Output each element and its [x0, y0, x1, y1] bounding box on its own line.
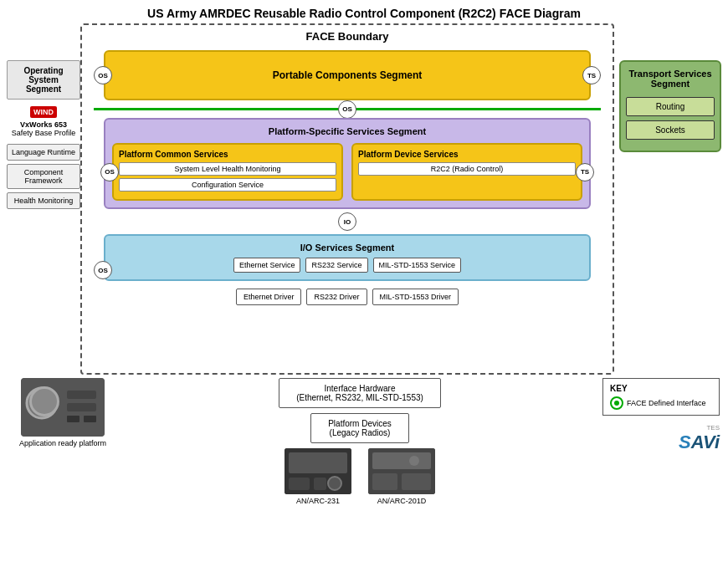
platform-device-title: Platform Device Services	[358, 150, 576, 159]
bottom-device-images: AN/ARC-231 AN/ARC-201D	[285, 448, 435, 505]
os-green-line-row: OS	[94, 108, 601, 110]
io-segment-label: I/O Services Segment	[112, 243, 582, 253]
svg-point-11	[328, 477, 341, 490]
os-badge-center: OS	[338, 100, 356, 119]
portable-segment: OS Portable Components Segment TS	[104, 50, 591, 100]
tes-label: TES	[602, 424, 720, 432]
svg-rect-14	[372, 473, 397, 490]
svg-point-16	[409, 456, 419, 466]
io-segment-wrap: OS I/O Services Segment Ethernet Service…	[104, 234, 591, 281]
page-title: US Army AMRDEC Reusable Radio Control Co…	[0, 0, 728, 23]
os-badge-platform: OS	[100, 163, 119, 181]
io-segment: OS I/O Services Segment Ethernet Service…	[104, 234, 591, 281]
avi-logo: SAVi	[602, 432, 720, 453]
platform-specific-segment: Platform-Specific Services Segment OS Pl…	[104, 118, 591, 209]
svg-rect-10	[314, 478, 326, 490]
health-monitoring-box: Health Monitoring	[7, 192, 80, 209]
ts-badge-platform: TS	[576, 163, 594, 181]
app-ready-label: Application ready platform	[8, 439, 117, 447]
svg-rect-6	[84, 416, 96, 422]
platform-devices-line1: Platform Devices	[328, 419, 392, 428]
svg-rect-4	[67, 403, 96, 411]
transport-segment: Transport Services Segment Routing Socke…	[619, 60, 721, 152]
interface-hw-line1: Interface Hardware	[296, 384, 423, 393]
interface-hardware-box: Interface Hardware (Ethernet, RS232, MIL…	[279, 378, 441, 408]
platform-device-services-box: Platform Device Services R2C2 (Radio Con…	[351, 143, 582, 201]
os-badge-io: OS	[94, 261, 112, 279]
face-circle-inner	[614, 401, 619, 406]
svg-point-1	[27, 388, 57, 418]
os-segment-box: Operating System Segment	[7, 60, 80, 100]
left-boxes: Language Runtime Component Framework Hea…	[7, 144, 80, 209]
key-box: KEY FACE Defined Interface	[602, 378, 720, 416]
transport-title: Transport Services Segment	[626, 69, 715, 89]
svg-rect-5	[67, 416, 79, 422]
app-ready-platform-section: Application ready platform	[8, 378, 117, 447]
vxworks-subtitle: Safety Base Profile	[7, 129, 80, 137]
platform-common-title: Platform Common Services	[119, 150, 336, 159]
bottom-section: Application ready platform Interface Har…	[0, 375, 728, 483]
health-monitoring-service: System Level Health Monitoring	[119, 162, 336, 176]
arc201d-label: AN/ARC-201D	[368, 497, 435, 505]
platform-services-row: OS Platform Common Services System Level…	[112, 143, 582, 201]
rs232-service: RS232 Service	[305, 258, 367, 273]
app-ready-platform-image	[21, 378, 105, 437]
arc201d-image	[368, 448, 435, 494]
svg-rect-3	[67, 391, 96, 399]
vxworks-section: WIND VxWorks 653 Safety Base Profile	[7, 106, 80, 137]
mil-std-1553-driver: MIL-STD-1553 Driver	[372, 289, 459, 305]
platform-common-services-box: Platform Common Services System Level He…	[112, 143, 343, 201]
interface-hw-line2: (Ethernet, RS232, MIL-STD-1553)	[296, 393, 423, 402]
arc231-label: AN/ARC-231	[285, 497, 351, 505]
language-runtime-box: Language Runtime	[7, 144, 80, 161]
wind-badge: WIND	[30, 106, 57, 118]
logo-area: TES SAVi	[602, 424, 720, 453]
ts-badge-portable-right: TS	[582, 66, 601, 84]
svg-rect-8	[289, 452, 347, 473]
io-row: IO	[94, 213, 601, 230]
sockets-box: Sockets	[626, 120, 715, 140]
component-framework-box: Component Framework	[7, 164, 80, 189]
platform-specific-wrap: Platform-Specific Services Segment OS Pl…	[104, 118, 591, 209]
key-item-face: FACE Defined Interface	[610, 396, 712, 410]
vxworks-title: VxWorks 653	[7, 120, 80, 129]
os-badge-portable-left: OS	[94, 66, 112, 84]
face-boundary-label: FACE Boundary	[94, 30, 601, 43]
svg-rect-15	[402, 473, 431, 490]
bottom-center-section: Interface Hardware (Ethernet, RS232, MIL…	[126, 378, 594, 505]
key-title: KEY	[610, 384, 712, 393]
ethernet-service: Ethernet Service	[233, 258, 301, 273]
platform-devices-box: Platform Devices (Legacy Radios)	[310, 413, 409, 443]
drivers-row: Ethernet Driver RS232 Driver MIL-STD-155…	[94, 289, 601, 305]
svg-rect-9	[289, 478, 310, 490]
face-circle-icon	[610, 396, 623, 410]
io-badge: IO	[338, 212, 356, 231]
arc231-section: AN/ARC-231	[285, 448, 351, 505]
rs232-driver: RS232 Driver	[306, 289, 367, 305]
right-column: Transport Services Segment Routing Socke…	[614, 23, 721, 375]
config-service: Configuration Service	[119, 178, 336, 192]
r2c2-radio-control: R2C2 (Radio Control)	[358, 162, 576, 176]
arc231-image	[285, 448, 351, 494]
svg-point-2	[35, 396, 49, 410]
portable-label: Portable Components Segment	[273, 69, 423, 81]
face-defined-label: FACE Defined Interface	[627, 399, 706, 407]
ethernet-driver: Ethernet Driver	[236, 289, 302, 305]
arc201d-section: AN/ARC-201D	[368, 448, 435, 505]
portable-segment-wrap: OS Portable Components Segment TS	[104, 50, 591, 100]
platform-devices-line2: (Legacy Radios)	[328, 428, 392, 437]
os-segment-label: Operating System Segment	[23, 66, 63, 94]
mil-std-1553-service: MIL-STD-1553 Service	[373, 258, 462, 273]
svg-rect-13	[372, 452, 431, 469]
key-section: KEY FACE Defined Interface TES SAVi	[602, 378, 720, 453]
platform-specific-label: Platform-Specific Services Segment	[112, 126, 582, 136]
left-column: Operating System Segment WIND VxWorks 65…	[7, 23, 80, 375]
routing-box: Routing	[626, 97, 715, 116]
face-boundary-box: FACE Boundary OS Portable Components Seg…	[80, 23, 614, 375]
io-services-row: Ethernet Service RS232 Service MIL-STD-1…	[112, 258, 582, 273]
